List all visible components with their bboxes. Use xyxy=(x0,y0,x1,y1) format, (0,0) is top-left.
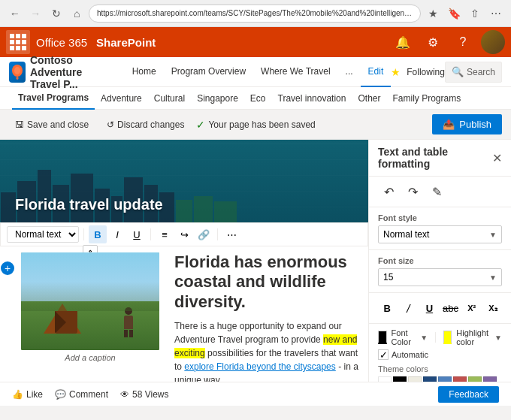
theme-color-5[interactable] xyxy=(453,376,467,382)
notifications-button[interactable]: 🔔 xyxy=(391,30,415,54)
search-box[interactable]: 🔍 Search xyxy=(445,62,502,83)
format-painter-button[interactable]: ✎ xyxy=(426,181,447,202)
theme-color-0[interactable] xyxy=(378,376,392,382)
close-panel-button[interactable]: ✕ xyxy=(492,151,502,165)
color-sep xyxy=(435,332,436,343)
settings-icon-button[interactable]: ⚙ xyxy=(421,30,445,54)
link-text[interactable]: explore Florida beyond the cityscapes xyxy=(184,361,335,372)
save-close-button[interactable]: 🖫 Save and close xyxy=(9,116,95,133)
underline-tool-btn[interactable]: U xyxy=(128,225,146,243)
subnav-travel[interactable]: Where We Travel xyxy=(253,57,337,87)
star-button[interactable]: ★ xyxy=(424,5,442,23)
font-color-swatch[interactable] xyxy=(378,331,387,344)
automatic-label: Automatic xyxy=(392,350,428,359)
subnav-family[interactable]: Family Programs xyxy=(386,87,467,110)
link-tool-btn[interactable]: 🔗 xyxy=(195,225,213,243)
search-placeholder: Search xyxy=(467,67,495,77)
feedback-button[interactable]: Feedback xyxy=(438,386,499,403)
italic-tool-btn[interactable]: I xyxy=(108,225,126,243)
saved-message: ✓ Your page has been saved xyxy=(196,119,315,131)
search-icon: 🔍 xyxy=(452,66,464,77)
subnav-program[interactable]: Program Overview xyxy=(164,57,253,87)
star-icon: ★ xyxy=(391,66,401,78)
theme-color-3[interactable] xyxy=(423,376,437,382)
side-panel: Text and table formatting ✕ ↶ ↷ ✎ Font s… xyxy=(368,140,511,382)
font-color-arrow[interactable]: ▼ xyxy=(420,334,428,342)
home-button[interactable]: ⌂ xyxy=(68,5,86,23)
undo-button[interactable]: ↶ xyxy=(378,181,399,202)
subscript-button[interactable]: X₂ xyxy=(484,298,502,319)
italic-button[interactable]: / xyxy=(399,298,417,319)
indent-tool-btn[interactable]: ↪ xyxy=(175,225,193,243)
subnav-travel-innovation[interactable]: Travel innovation xyxy=(272,87,352,110)
waffle-button[interactable] xyxy=(6,30,30,54)
theme-color-7[interactable] xyxy=(483,376,497,382)
theme-color-6[interactable] xyxy=(468,376,482,382)
automatic-checkbox[interactable]: ✓ xyxy=(378,349,389,360)
content-section: + ⇕ xyxy=(0,246,368,382)
following-button[interactable]: Following xyxy=(407,67,445,77)
bold-button[interactable]: B xyxy=(378,298,396,319)
back-button[interactable]: ← xyxy=(6,5,24,23)
theme-color-1[interactable] xyxy=(393,376,407,382)
more-tool-btn[interactable]: ⋯ xyxy=(222,225,240,243)
publish-button[interactable]: 📤 Publish xyxy=(432,114,502,134)
address-bar[interactable]: https://microsoft.sharepoint.com/teams/S… xyxy=(89,5,421,23)
toolbar-sep-2 xyxy=(150,228,151,240)
strikethrough-button[interactable]: abc xyxy=(442,298,460,319)
subnav-more[interactable]: ... xyxy=(338,57,361,87)
superscript-button[interactable]: X² xyxy=(463,298,481,319)
subnav-singapore[interactable]: Singapore xyxy=(191,87,244,110)
subnav-adventure[interactable]: Adventure xyxy=(95,87,148,110)
publish-icon: 📤 xyxy=(443,119,455,130)
svg-point-1 xyxy=(14,67,20,74)
font-style-arrow: ▼ xyxy=(489,231,497,239)
collection-button[interactable]: 🔖 xyxy=(445,5,463,23)
subnav-edit[interactable]: Edit xyxy=(361,57,392,87)
forward-button[interactable]: → xyxy=(27,5,45,23)
align-tool-btn[interactable]: ≡ xyxy=(156,225,174,243)
theme-colors-container xyxy=(378,376,502,382)
comment-icon: 💬 xyxy=(55,389,66,400)
subnav-eco[interactable]: Eco xyxy=(244,87,272,110)
page-content: Florida travel update Normal text B I U … xyxy=(0,140,368,382)
font-style-label: Font style xyxy=(378,213,502,222)
subnav-travel-programs[interactable]: Travel Programs xyxy=(12,87,95,110)
comment-button[interactable]: 💬 Comment xyxy=(55,389,108,400)
browser-bar: ← → ↻ ⌂ https://microsoft.sharepoint.com… xyxy=(0,0,511,27)
redo-button[interactable]: ↷ xyxy=(402,181,423,202)
font-size-section: Font size 15 ▼ xyxy=(369,250,511,293)
image-caption[interactable]: Add a caption xyxy=(21,350,159,365)
like-button[interactable]: 👍 Like xyxy=(12,389,43,400)
bold-tool-btn[interactable]: B xyxy=(89,225,107,243)
highlight-color-swatch[interactable] xyxy=(443,331,452,344)
theme-color-2[interactable] xyxy=(408,376,422,382)
user-avatar[interactable] xyxy=(481,30,505,54)
share-button[interactable]: ⇧ xyxy=(466,5,484,23)
refresh-button[interactable]: ↻ xyxy=(47,5,65,23)
settings-button[interactable]: ⋯ xyxy=(487,5,505,23)
highlight-color-arrow[interactable]: ▼ xyxy=(494,334,502,342)
discard-button[interactable]: ↺ Discard changes xyxy=(101,116,190,133)
article-heading[interactable]: Florida has enormous coastal and wildlif… xyxy=(174,252,359,312)
underline-button[interactable]: U xyxy=(420,298,438,319)
font-size-select[interactable]: 15 ▼ xyxy=(378,268,502,286)
theme-color-4[interactable] xyxy=(438,376,452,382)
subnav-cultural[interactable]: Cultural xyxy=(148,87,191,110)
site-logo-icon xyxy=(9,62,26,83)
text-style-dropdown[interactable]: Normal text xyxy=(7,226,79,243)
add-section-area: + xyxy=(0,246,15,382)
content-image[interactable] xyxy=(21,252,159,350)
o365-header: Office 365 SharePoint 🔔 ⚙ ? xyxy=(0,27,511,57)
o365-app-name: SharePoint xyxy=(96,36,156,49)
site-name: Contoso Adventure Travel P... xyxy=(30,54,113,90)
font-style-select[interactable]: Normal text ▼ xyxy=(378,225,502,243)
article-body[interactable]: There is a huge opportunity to expand ou… xyxy=(174,319,359,382)
subnav-other[interactable]: Other xyxy=(352,87,386,110)
toolbar-sep-1 xyxy=(83,228,84,240)
help-button[interactable]: ? xyxy=(451,30,475,54)
subnav-home[interactable]: Home xyxy=(125,57,164,87)
add-section-button[interactable]: + xyxy=(1,261,14,275)
font-color-row: Font Color ▼ Highlight color ▼ xyxy=(378,328,502,346)
color-section: Font Color ▼ Highlight color ▼ ✓ Automat… xyxy=(369,324,511,382)
